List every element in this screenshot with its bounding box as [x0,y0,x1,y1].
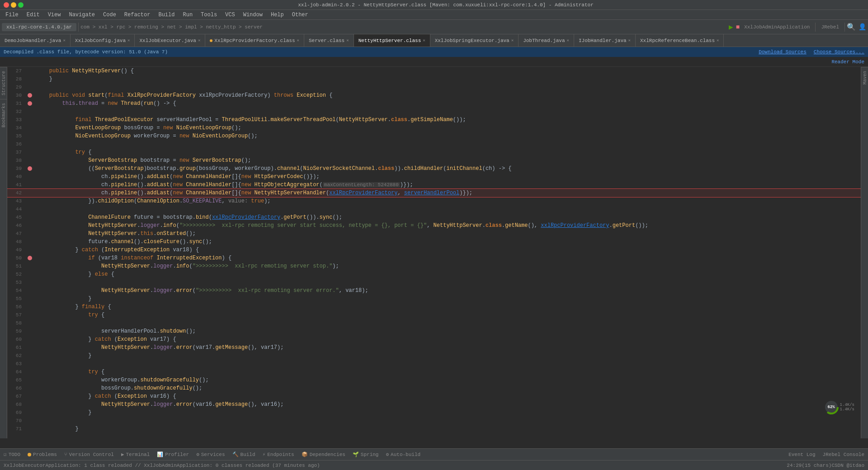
todo-item[interactable]: ☑ TODO [4,451,20,457]
code-line-51: 51 NettyHttpServer.logger.info(">>>>>>>>… [7,262,861,270]
tab-close[interactable]: ✕ [717,38,719,43]
tab-label: DemoJobHandler.java [5,38,61,43]
tab-xxlrpcreferencebean[interactable]: XxlRpcReferenceBean.class ✕ [636,34,724,47]
menu-edit[interactable]: Edit [23,11,43,19]
bottom-bar: XxlJobExecutorApplication: 1 class reloa… [0,460,868,470]
bottom-csdn: CSDN @itdao [831,463,864,468]
code-line-37: 37 try { [7,148,861,156]
decompiled-links: Download Sources Choose Sources... [759,49,864,55]
services-label: Services [201,452,225,457]
breakpoint-30[interactable] [28,93,32,98]
breakpoint-31[interactable] [28,101,32,106]
code-line-33: 33 final ThreadPoolExecutor serverHandle… [7,116,861,124]
tab-jobthread[interactable]: JobThread.java ✕ [519,34,574,47]
problems-dot [28,453,31,456]
event-log-label: Event Log [788,452,815,457]
menu-file[interactable]: File [2,11,22,19]
structure-tab[interactable]: Structure [0,67,7,99]
spring-item[interactable]: 🌱 Spring [353,451,379,457]
tab-label: XxlRpcProviderFactory.class [214,38,295,43]
tab-label: IJobHandler.java [579,38,627,43]
dependencies-item[interactable]: 📦 Dependencies [302,451,345,457]
tab-xxljobconfig[interactable]: XxlJobConfig.java ✕ [71,34,135,47]
tab-close[interactable]: ✕ [567,38,569,43]
vc-label: Version Control [69,452,114,457]
code-line-67: 67 } catch (Exception var16) { [7,392,861,400]
code-editor[interactable]: 27 public NettyHttpServer() { 28 } 29 30 [7,67,861,438]
perf-rate2: 1.4K/s [840,407,854,412]
tab-close[interactable]: ✕ [628,38,631,43]
endpoints-item[interactable]: ⚡ Endpoints [263,451,294,457]
services-item[interactable]: ⚙ Services [196,451,225,457]
tab-nettyhttpserver-class[interactable]: NettyHttpServer.class ✕ [354,34,430,47]
search-button[interactable]: 🔍 [847,23,856,32]
tab-xxlrpcproviderfactory-class[interactable]: XxlRpcProviderFactory.class ✕ [205,34,304,47]
event-log-item[interactable]: Event Log [788,452,815,457]
tab-close[interactable]: ✕ [511,38,514,43]
code-line-54: 54 NettyHttpServer.logger.error(">>>>>>>… [7,287,861,295]
menu-other[interactable]: Other [288,11,312,19]
tab-close[interactable]: ✕ [346,38,349,43]
endpoints-label: Endpoints [267,452,294,457]
code-line-59: 59 serverHandlerPool.shutdown(); [7,327,861,335]
breakpoint-39[interactable] [28,166,32,171]
tab-demojobhandler[interactable]: DemoJobHandler.java ✕ [0,34,71,47]
terminal-item[interactable]: ▶ Terminal [121,451,150,457]
tab-close[interactable]: ✕ [297,38,299,43]
user-icon[interactable]: 👤 [859,23,866,31]
run-button[interactable]: ▶ [729,23,733,32]
tab-label: XxlRpcReferenceBean.class [640,38,715,43]
code-line-45: 45 ChannelFuture future = bootstrap.bind… [7,213,861,221]
menu-navigate[interactable]: Navigate [65,11,99,19]
problems-item[interactable]: Problems [28,452,57,457]
auto-build-icon: ⚙ [386,451,389,457]
build-item[interactable]: 🔨 Build [232,451,255,457]
tab-server-class[interactable]: Server.class ✕ [304,34,354,47]
maven-tab[interactable]: Maven [861,67,868,88]
download-sources-link[interactable]: Download Sources [759,49,807,55]
terminal-label: Terminal [126,452,150,457]
menu-refactor[interactable]: Refactor [121,11,154,19]
code-line-58: 58 [7,319,861,327]
bookmarks-tab[interactable]: Bookmarks [0,99,7,131]
breakpoint-50[interactable] [28,256,32,260]
maximize-button[interactable] [18,2,24,8]
close-button[interactable] [4,2,9,8]
version-control-item[interactable]: ⑂ Version Control [64,452,114,457]
code-line-52: 52 } else { [7,270,861,278]
project-selector[interactable]: xxl-rpc-core-1.4.0.jar [2,23,76,31]
menu-tools[interactable]: Tools [197,11,221,19]
breadcrumb-nav: com > xxl > rpc > remoting > net > impl … [80,24,263,30]
toolbar: xxl-rpc-core-1.4.0.jar com > xxl > rpc >… [0,20,868,34]
tab-close[interactable]: ✕ [127,38,130,43]
tab-ijobhandler[interactable]: IJobHandler.java ✕ [574,34,636,47]
window-controls[interactable] [4,2,24,8]
code-line-64: 64 try { [7,368,861,376]
menu-window[interactable]: Window [240,11,266,19]
perf-rate1: 1.4K/s [840,403,854,407]
tab-close[interactable]: ✕ [423,38,425,43]
auto-build-item[interactable]: ⚙ Auto-build [386,451,420,457]
jrebel-console-item[interactable]: JRebel Console [823,452,864,457]
menu-run[interactable]: Run [179,11,196,19]
menu-code[interactable]: Code [99,11,120,19]
menu-vcs[interactable]: VCS [222,11,239,19]
reader-mode-link[interactable]: Reader Mode [831,59,864,65]
jrebel-label: JRebel [821,24,839,30]
minimize-button[interactable] [11,2,16,8]
choose-sources-link[interactable]: Choose Sources... [814,49,864,55]
menu-help[interactable]: Help [267,11,288,19]
perf-percent: 62% [827,405,835,409]
tab-xxljobexecutor[interactable]: XxlJobExecutor.java ✕ [135,34,205,47]
code-line-70: 70 [7,417,861,425]
tab-close[interactable]: ✕ [198,38,200,43]
run-config[interactable]: XxlJobAdminApplication [744,24,810,30]
code-line-34: 34 EventLoopGroup bossGroup = new NioEve… [7,124,861,132]
menu-view[interactable]: View [44,11,65,19]
menu-build[interactable]: Build [155,11,178,19]
tab-xxljobspringexecutor[interactable]: XxlJobSpringExecutor.java ✕ [430,34,519,47]
tab-close[interactable]: ✕ [63,38,65,43]
code-line-50: 50 if (var18 instanceof InterruptedExcep… [7,254,861,262]
profiler-item[interactable]: 📊 Profiler [157,451,189,457]
stop-button[interactable]: ■ [736,24,740,31]
